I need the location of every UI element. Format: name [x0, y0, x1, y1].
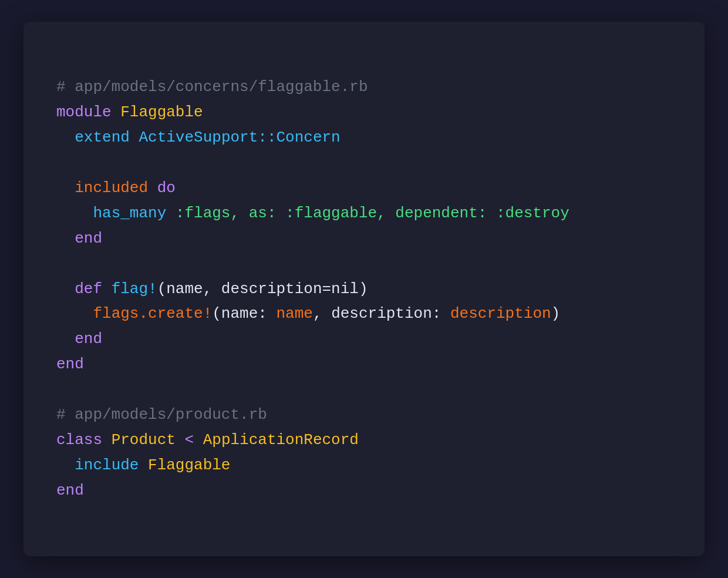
arg-desc-key: , description: — [313, 305, 441, 322]
end-module: end — [56, 355, 84, 373]
keyword-include: include — [75, 456, 139, 474]
end-class: end — [56, 482, 84, 499]
code-window: # app/models/concerns/flaggable.rb modul… — [23, 22, 705, 557]
end-included: end — [75, 230, 102, 247]
arg-name-val: name — [277, 305, 313, 322]
comment-line14: # app/models/product.rb — [56, 406, 267, 424]
arg-desc-val: description — [450, 305, 551, 322]
keyword-class: class — [56, 431, 102, 449]
hasmany-args: :flags, as: :flaggable, dependent: :dest… — [176, 204, 569, 222]
keyword-extend: extend — [75, 129, 130, 146]
module-name: Flaggable — [120, 103, 203, 121]
app-record: ApplicationRecord — [203, 431, 359, 449]
args-open: (name: — [212, 305, 267, 322]
lt-operator: < — [184, 431, 194, 449]
class-product: Product — [112, 431, 176, 449]
concern-name: ActiveSupport::Concern — [139, 129, 340, 146]
keyword-module: module — [56, 103, 112, 121]
end-def: end — [75, 330, 102, 348]
flags-create: flags.create! — [93, 305, 212, 322]
keyword-hasmany: has_many — [93, 204, 166, 222]
code-content: # app/models/concerns/flaggable.rb modul… — [56, 50, 672, 529]
args-close: ) — [551, 305, 561, 322]
comment-line1: # app/models/concerns/flaggable.rb — [56, 78, 368, 96]
method-params: (name, description=nil) — [157, 280, 368, 298]
method-name: flag! — [112, 280, 157, 298]
keyword-def: def — [75, 280, 102, 298]
include-flaggable: Flaggable — [148, 456, 230, 474]
keyword-included: included — [75, 179, 148, 197]
keyword-do: do — [157, 179, 176, 197]
